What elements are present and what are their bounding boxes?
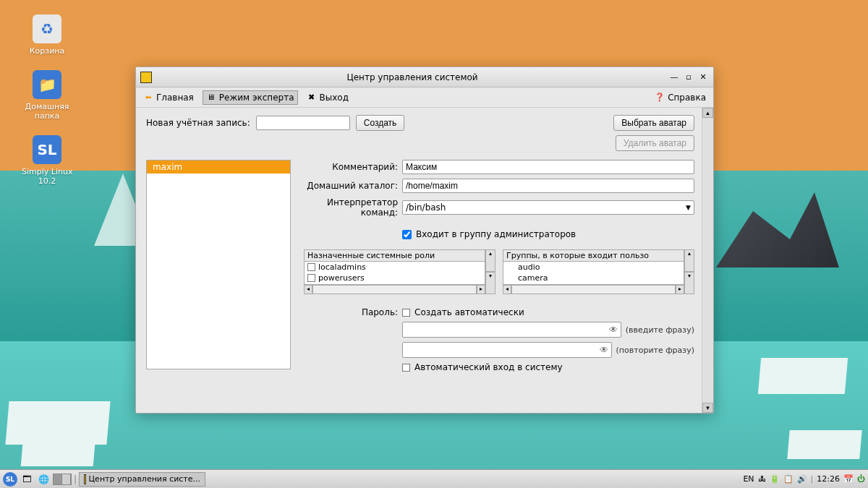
expert-mode-button[interactable]: 🖥 Режим эксперта bbox=[203, 90, 298, 105]
shell-label: Интерпретатор команд: bbox=[304, 197, 398, 218]
exit-icon: ✖ bbox=[307, 93, 317, 103]
expert-mode-label: Режим эксперта bbox=[219, 93, 294, 103]
checkbox-icon[interactable] bbox=[307, 274, 315, 282]
battery-icon[interactable]: 🔋 bbox=[770, 474, 780, 484]
taskbar-item-control-center[interactable]: Центр управления систе... bbox=[79, 472, 205, 487]
workspace-switcher[interactable] bbox=[53, 474, 72, 485]
autogen-checkbox[interactable] bbox=[402, 309, 410, 317]
maximize-button[interactable]: ▫ bbox=[683, 72, 694, 83]
simply-linux-icon[interactable]: SL Simply Linux 10.2 bbox=[22, 135, 72, 186]
network-icon[interactable]: 🖧 bbox=[758, 474, 766, 484]
autologin-checkbox[interactable] bbox=[402, 364, 410, 372]
exit-button[interactable]: ✖ Выход bbox=[304, 91, 352, 104]
choose-avatar-button[interactable]: Выбрать аватар bbox=[613, 115, 694, 131]
scroll-area: Выбрать аватар Удалить аватар Новая учёт… bbox=[136, 108, 702, 413]
new-account-label: Новая учётная запись: bbox=[146, 118, 250, 128]
eye-icon[interactable]: 👁 bbox=[600, 345, 608, 355]
scroll-up-icon[interactable]: ▴ bbox=[702, 108, 713, 118]
groups-hscroll[interactable]: ◂▸ bbox=[503, 285, 684, 294]
homedir-label: Домашний каталог: bbox=[304, 181, 398, 191]
help-icon: ❓ bbox=[655, 93, 665, 103]
autologin-label: Автоматический вход в систему bbox=[414, 362, 563, 372]
list-item: localadmins bbox=[305, 262, 485, 273]
exit-button-label: Выход bbox=[320, 93, 349, 103]
password-hint-1: (введите фразу) bbox=[626, 325, 694, 335]
shell-select[interactable]: /bin/bash ▼ bbox=[402, 200, 694, 215]
dropdown-caret-icon: ▼ bbox=[686, 204, 691, 211]
logout-icon[interactable]: ⏻ bbox=[857, 474, 865, 484]
groups-list: Группы, в которые входит пользо audio ca… bbox=[503, 249, 684, 294]
taskbar: SL 🗔 🌐 | Центр управления систе... EN 🖧 … bbox=[0, 469, 868, 488]
start-button[interactable]: SL bbox=[3, 472, 17, 487]
vertical-scrollbar[interactable]: ▴ ▾ bbox=[702, 108, 713, 413]
scroll-down-icon[interactable]: ▾ bbox=[702, 403, 713, 413]
admin-group-checkbox[interactable] bbox=[402, 230, 412, 239]
expert-icon: 🖥 bbox=[206, 93, 216, 103]
roles-hscroll[interactable]: ◂▸ bbox=[304, 285, 485, 294]
user-list[interactable]: maxim bbox=[146, 160, 291, 369]
trash-label: Корзина bbox=[22, 46, 72, 56]
home-folder-icon[interactable]: 📁 Домашняя папка bbox=[22, 70, 72, 121]
window-content: Выбрать аватар Удалить аватар Новая учёт… bbox=[136, 108, 713, 413]
close-button[interactable]: ✕ bbox=[697, 72, 709, 83]
system-tray: EN 🖧 🔋 📋 🔊 | 12:26 📅 ⏻ bbox=[743, 474, 865, 484]
comment-label: Комментарий: bbox=[304, 162, 398, 172]
create-button[interactable]: Создать bbox=[356, 115, 405, 131]
volume-icon[interactable]: 🔊 bbox=[797, 474, 807, 484]
list-item: powerusers bbox=[305, 273, 485, 283]
list-item: audio bbox=[503, 262, 684, 273]
autogen-label: Создать автоматически bbox=[414, 307, 524, 317]
show-desktop-button[interactable]: 🗔 bbox=[20, 472, 34, 487]
roles-items[interactable]: localadmins powerusers bbox=[304, 262, 485, 285]
clock[interactable]: 12:26 bbox=[817, 474, 840, 484]
roles-list: Назначенные системные роли localadmins p… bbox=[304, 249, 485, 294]
taskbar-item-label: Центр управления систе... bbox=[89, 474, 200, 484]
roles-header: Назначенные системные роли bbox=[307, 251, 435, 260]
minimize-button[interactable]: — bbox=[668, 72, 680, 83]
app-icon bbox=[84, 474, 86, 484]
control-center-window: Центр управления системой — ▫ ✕ ⬅ Главна… bbox=[135, 67, 714, 414]
roles-vscroll[interactable]: ▴▾ bbox=[485, 249, 495, 294]
window-titlebar[interactable]: Центр управления системой — ▫ ✕ bbox=[136, 67, 713, 87]
window-title: Центр управления системой bbox=[156, 72, 668, 82]
language-indicator[interactable]: EN bbox=[743, 474, 754, 484]
desktop-icons: ♻ Корзина 📁 Домашняя папка SL Simply Lin… bbox=[22, 14, 72, 200]
simply-linux-label: Simply Linux 10.2 bbox=[22, 167, 72, 186]
toolbar: ⬅ Главная 🖥 Режим эксперта ✖ Выход ❓ Спр… bbox=[136, 87, 713, 108]
groups-header: Группы, в которые входит пользо bbox=[506, 251, 649, 260]
user-list-selected[interactable]: maxim bbox=[147, 160, 290, 174]
help-button[interactable]: ❓ Справка bbox=[652, 91, 709, 104]
password-label: Пароль: bbox=[304, 307, 398, 317]
shell-value: /bin/bash bbox=[406, 202, 446, 213]
home-icon: ⬅ bbox=[143, 93, 153, 103]
home-button[interactable]: ⬅ Главная bbox=[140, 91, 197, 104]
password-input-2[interactable]: 👁 bbox=[402, 342, 612, 358]
homedir-input[interactable] bbox=[402, 179, 694, 193]
password-input-1[interactable]: 👁 bbox=[402, 322, 621, 338]
eye-icon[interactable]: 👁 bbox=[609, 325, 618, 335]
home-folder-label: Домашняя папка bbox=[22, 102, 72, 121]
comment-input[interactable] bbox=[402, 160, 694, 174]
trash-icon[interactable]: ♻ Корзина bbox=[22, 14, 72, 56]
browser-launcher[interactable]: 🌐 bbox=[36, 472, 51, 487]
help-button-label: Справка bbox=[668, 93, 706, 103]
groups-vscroll[interactable]: ▴▾ bbox=[684, 249, 694, 294]
calendar-icon[interactable]: 📅 bbox=[843, 474, 854, 484]
new-account-input[interactable] bbox=[256, 116, 350, 130]
delete-avatar-button: Удалить аватар bbox=[616, 135, 694, 151]
home-button-label: Главная bbox=[156, 93, 194, 103]
checkbox-icon[interactable] bbox=[307, 263, 315, 271]
password-hint-2: (повторите фразу) bbox=[616, 346, 694, 355]
list-item: camera bbox=[503, 273, 684, 283]
app-icon bbox=[140, 72, 152, 83]
clipboard-icon[interactable]: 📋 bbox=[783, 474, 793, 484]
user-details: Комментарий: Домашний каталог: Интерпрет… bbox=[304, 160, 694, 372]
groups-items[interactable]: audio camera bbox=[503, 262, 684, 285]
admin-group-label: Входит в группу администраторов bbox=[416, 229, 576, 239]
